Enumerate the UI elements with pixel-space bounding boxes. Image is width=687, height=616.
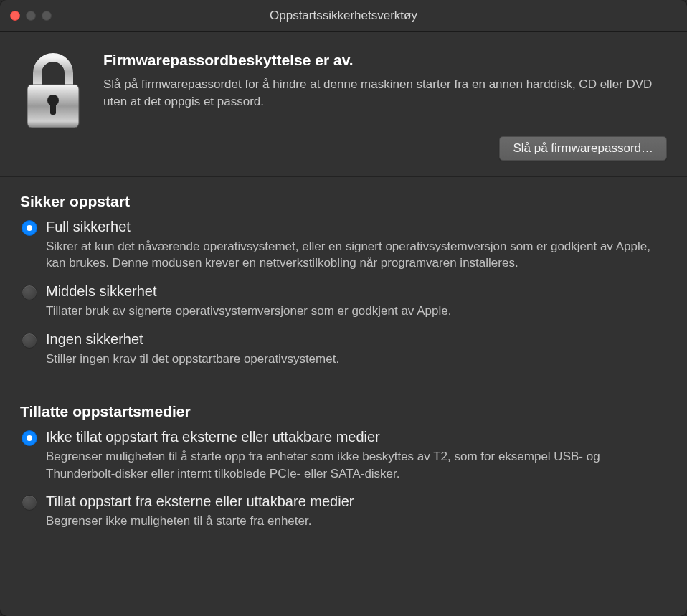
- secure-boot-option-medium[interactable]: Middels sikkerhet Tillater bruk av signe…: [20, 283, 667, 320]
- radio-description: Sikrer at kun det nåværende operativsyst…: [46, 238, 667, 273]
- radio-input[interactable]: [22, 285, 37, 300]
- firmware-text: Firmwarepassordbeskyttelse er av. Slå på…: [103, 52, 667, 161]
- radio-description: Begrenser muligheten til å starte opp fr…: [46, 448, 667, 483]
- minimize-button[interactable]: [26, 11, 36, 21]
- radio-input[interactable]: [22, 430, 37, 446]
- firmware-description: Slå på firmwarepassordet for å hindre at…: [103, 76, 667, 110]
- titlebar: Oppstartssikkerhetsverktøy: [0, 0, 687, 32]
- radio-label: Ikke tillat oppstart fra eksterne eller …: [46, 429, 667, 445]
- window-title: Oppstartssikkerhetsverktøy: [10, 9, 677, 23]
- secure-boot-option-full[interactable]: Full sikkerhet Sikrer at kun det nåværen…: [20, 219, 667, 273]
- traffic-lights: [10, 11, 52, 21]
- firmware-heading: Firmwarepassordbeskyttelse er av.: [103, 52, 667, 69]
- radio-input[interactable]: [22, 333, 37, 349]
- firmware-section: Firmwarepassordbeskyttelse er av. Slå på…: [0, 32, 687, 177]
- radio-content: Full sikkerhet Sikrer at kun det nåværen…: [46, 219, 667, 273]
- content: Firmwarepassordbeskyttelse er av. Slå på…: [0, 32, 687, 616]
- boot-media-heading: Tillatte oppstartsmedier: [20, 403, 667, 420]
- radio-description: Tillater bruk av signerte operativsystem…: [46, 303, 667, 320]
- radio-content: Tillat oppstart fra eksterne eller uttak…: [46, 493, 667, 530]
- boot-media-option-allow[interactable]: Tillat oppstart fra eksterne eller uttak…: [20, 493, 667, 530]
- radio-description: Begrenser ikke muligheten til å starte f…: [46, 513, 667, 530]
- radio-label: Full sikkerhet: [46, 219, 667, 235]
- radio-label: Tillat oppstart fra eksterne eller uttak…: [46, 493, 667, 510]
- secure-boot-option-none[interactable]: Ingen sikkerhet Stiller ingen krav til d…: [20, 331, 667, 368]
- radio-label: Middels sikkerhet: [46, 283, 667, 300]
- radio-content: Ikke tillat oppstart fra eksterne eller …: [46, 429, 667, 483]
- secure-boot-section: Sikker oppstart Full sikkerhet Sikrer at…: [0, 177, 687, 387]
- zoom-button[interactable]: [42, 11, 52, 21]
- radio-content: Middels sikkerhet Tillater bruk av signe…: [46, 283, 667, 320]
- window: Oppstartssikkerhetsverktøy: [0, 0, 687, 616]
- boot-media-section: Tillatte oppstartsmedier Ikke tillat opp…: [0, 387, 687, 549]
- enable-firmware-password-button[interactable]: Slå på firmwarepassord…: [499, 136, 667, 161]
- radio-description: Stiller ingen krav til det oppstartbare …: [46, 351, 667, 368]
- radio-label: Ingen sikkerhet: [46, 331, 667, 348]
- svg-rect-2: [50, 102, 56, 115]
- radio-content: Ingen sikkerhet Stiller ingen krav til d…: [46, 331, 667, 368]
- lock-icon: [20, 52, 86, 131]
- radio-input[interactable]: [22, 220, 37, 236]
- firmware-button-row: Slå på firmwarepassord…: [103, 136, 667, 161]
- radio-input[interactable]: [22, 495, 37, 511]
- boot-media-option-disallow[interactable]: Ikke tillat oppstart fra eksterne eller …: [20, 429, 667, 483]
- secure-boot-heading: Sikker oppstart: [20, 193, 667, 210]
- close-button[interactable]: [10, 11, 20, 21]
